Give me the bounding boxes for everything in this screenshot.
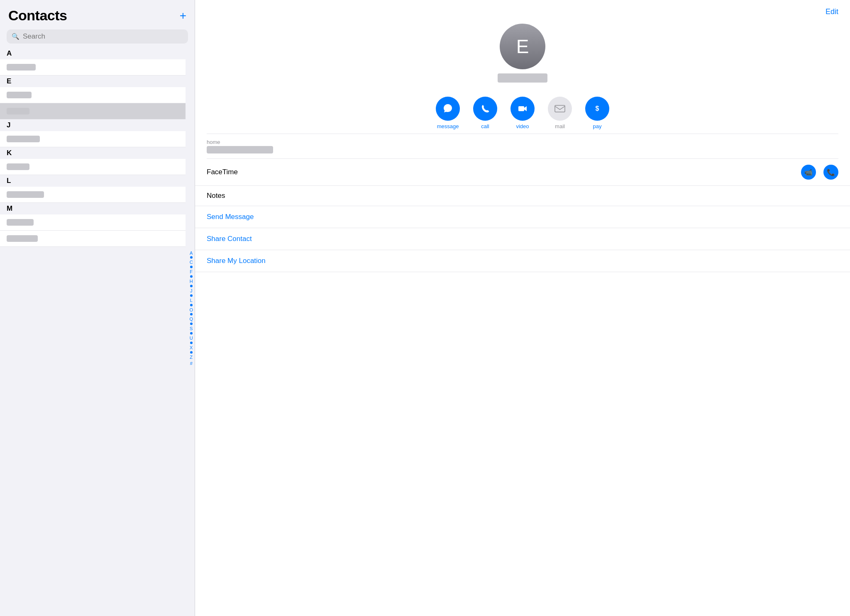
- pay-label: pay: [593, 123, 602, 129]
- add-contact-button[interactable]: +: [180, 7, 186, 22]
- svg-rect-1: [555, 105, 565, 112]
- alpha-dot: [190, 341, 193, 344]
- edit-button[interactable]: Edit: [826, 7, 838, 16]
- alpha-letter-z[interactable]: Z: [189, 354, 193, 360]
- action-mail[interactable]: mail: [548, 97, 572, 129]
- alpha-letter-q[interactable]: Q: [188, 316, 194, 322]
- contacts-list: AEJKLM: [0, 48, 195, 616]
- share-contact-row[interactable]: Share Contact: [195, 228, 850, 250]
- facetime-actions: 📹 📞: [801, 165, 838, 180]
- contact-row[interactable]: [0, 103, 186, 119]
- left-header: Contacts +: [0, 0, 195, 26]
- alpha-letter-c[interactable]: C: [189, 259, 194, 265]
- alpha-dot: [190, 323, 193, 325]
- alpha-letter-x[interactable]: X: [189, 344, 193, 351]
- facetime-label: FaceTime: [207, 168, 238, 176]
- home-label: home: [207, 139, 838, 145]
- contact-name-placeholder: [7, 163, 29, 170]
- share-contact-label: Share Contact: [207, 235, 252, 243]
- section-header-m: M: [0, 203, 186, 214]
- alpha-letter-u[interactable]: U: [189, 335, 194, 341]
- contact-row[interactable]: [0, 87, 186, 103]
- alpha-dot: [190, 351, 193, 353]
- contact-row[interactable]: [0, 214, 186, 231]
- video-label: video: [516, 123, 529, 129]
- alpha-dot: [190, 256, 193, 259]
- alpha-dot: [190, 285, 193, 287]
- contact-row[interactable]: [0, 159, 186, 175]
- action-links: Send MessageShare ContactShare My Locati…: [195, 206, 850, 272]
- alpha-index: ACFHJLOQSUXZ#: [188, 250, 194, 366]
- facetime-audio-button[interactable]: 📞: [823, 165, 838, 180]
- contact-row[interactable]: [0, 131, 186, 147]
- section-header-l: L: [0, 175, 186, 187]
- facetime-phone-icon: 📞: [827, 168, 835, 176]
- contact-name-placeholder: [7, 191, 44, 198]
- alpha-letter-l[interactable]: L: [189, 297, 193, 303]
- action-call[interactable]: call: [473, 97, 497, 129]
- facetime-row: FaceTime 📹 📞: [195, 159, 850, 186]
- facetime-video-icon: 📹: [804, 168, 813, 176]
- alpha-dot: [190, 294, 193, 297]
- alpha-letter-a[interactable]: A: [189, 250, 193, 256]
- alpha-letter-#[interactable]: #: [189, 360, 193, 366]
- section-header-e: E: [0, 75, 186, 87]
- send-message-row[interactable]: Send Message: [195, 206, 850, 228]
- action-buttons: messagecallvideomail$pay: [195, 90, 850, 134]
- contact-row[interactable]: [0, 59, 186, 75]
- contact-row[interactable]: [0, 187, 186, 203]
- section-header-k: K: [0, 147, 186, 159]
- call-icon: [473, 97, 497, 121]
- share-location-label: Share My Location: [207, 257, 266, 265]
- alpha-letter-o[interactable]: O: [188, 307, 194, 313]
- notes-row: Notes: [195, 186, 850, 206]
- svg-rect-0: [518, 106, 524, 111]
- message-icon: [436, 97, 460, 121]
- avatar: E: [500, 24, 545, 69]
- home-phone-field: home: [207, 134, 838, 159]
- avatar-section: E: [195, 16, 850, 90]
- contact-detail-panel: Edit E messagecallvideomail$pay home Fac…: [195, 0, 850, 616]
- search-icon: 🔍: [12, 33, 20, 40]
- facetime-video-button[interactable]: 📹: [801, 165, 816, 180]
- search-bar[interactable]: 🔍: [7, 29, 188, 44]
- pay-icon: $: [585, 97, 609, 121]
- contact-name-placeholder: [7, 64, 36, 71]
- detail-header: Edit: [195, 0, 850, 16]
- notes-label: Notes: [207, 192, 225, 200]
- mail-icon: [548, 97, 572, 121]
- alpha-dot: [190, 266, 193, 268]
- alpha-letter-h[interactable]: H: [189, 278, 194, 285]
- alpha-dot: [190, 332, 193, 335]
- alpha-letter-f[interactable]: F: [189, 269, 193, 275]
- send-message-label: Send Message: [207, 213, 254, 221]
- message-label: message: [437, 123, 459, 129]
- alpha-dot: [190, 313, 193, 316]
- share-location-row[interactable]: Share My Location: [195, 250, 850, 272]
- action-pay[interactable]: $pay: [585, 97, 609, 129]
- contact-row[interactable]: [0, 231, 186, 247]
- alpha-letter-s[interactable]: S: [189, 326, 193, 332]
- alpha-dot: [190, 304, 193, 306]
- action-message[interactable]: message: [436, 97, 460, 129]
- mail-label: mail: [555, 123, 565, 129]
- alpha-dot: [190, 275, 193, 278]
- section-header-j: J: [0, 119, 186, 131]
- phone-value-blurred: [207, 146, 273, 153]
- svg-text:$: $: [596, 105, 599, 112]
- contacts-title: Contacts: [8, 7, 67, 24]
- action-video[interactable]: video: [510, 97, 535, 129]
- contacts-panel: Contacts + 🔍 AEJKLM ACFHJLOQSUXZ#: [0, 0, 195, 616]
- contact-name-placeholder: [7, 235, 38, 242]
- call-label: call: [481, 123, 489, 129]
- contact-name-placeholder: [7, 136, 40, 142]
- section-header-a: A: [0, 48, 186, 59]
- video-icon: [510, 97, 535, 121]
- search-input[interactable]: [23, 32, 183, 41]
- contact-name-placeholder: [7, 108, 29, 114]
- contact-name-placeholder: [7, 92, 32, 98]
- home-field: home: [195, 134, 850, 159]
- contact-name-blurred: [498, 73, 547, 83]
- contact-name-placeholder: [7, 219, 34, 226]
- alpha-letter-j[interactable]: J: [189, 287, 193, 294]
